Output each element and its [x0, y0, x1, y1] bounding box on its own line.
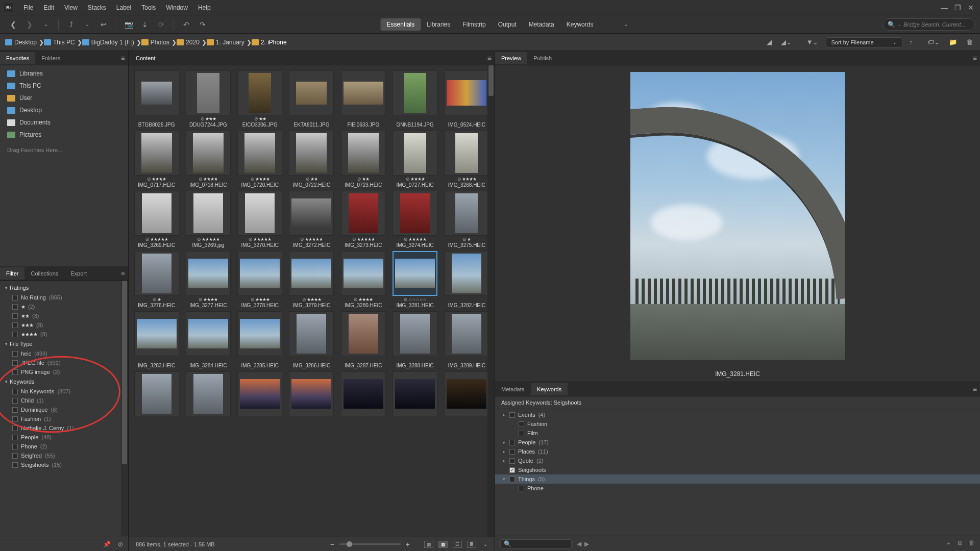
disclosure-icon[interactable]: ▸ [501, 458, 506, 463]
rating-row[interactable]: ⊘★★ [357, 177, 369, 182]
rating-row[interactable]: ⊘★★★★★ [300, 237, 323, 242]
thumbnail-box[interactable] [341, 371, 386, 416]
workspace-tab-essentials[interactable]: Essentials [381, 18, 421, 31]
filter-scrollbar[interactable] [121, 281, 128, 536]
rotate-ccw-button[interactable]: ↶ [181, 19, 191, 30]
thumbnail-box[interactable] [393, 70, 437, 115]
menu-edit[interactable]: Edit [38, 4, 59, 11]
thumbnail-cell[interactable]: IMG_3289.HEIC [442, 311, 492, 368]
thumbnail-cell[interactable]: ⊘★★★★IMG_3279.HEIC [287, 251, 336, 308]
rating-row[interactable]: ⊘★★★★★ [197, 237, 219, 242]
filter-item[interactable]: heic (493) [0, 349, 128, 358]
thumbnail-cell[interactable]: IMG_3285.HEIC [235, 311, 285, 368]
thumbnail-cell[interactable] [132, 371, 181, 423]
thumbnail-box[interactable] [237, 131, 282, 176]
boomerang-icon[interactable]: ↩ [99, 19, 109, 30]
breadcrumb-item[interactable]: Photos [141, 39, 169, 46]
thumbnail-box[interactable] [134, 311, 179, 356]
panel-menu-icon[interactable]: ≡ [487, 54, 492, 62]
rating-row[interactable]: ⊘☆☆☆☆☆ [404, 297, 426, 302]
tab-favorites[interactable]: Favorites [0, 52, 35, 64]
thumbnail-cell[interactable]: ⊘★★IMG_0723.HEIC [338, 131, 388, 188]
pin-icon[interactable]: 📌 [103, 541, 111, 548]
thumbnail-box[interactable] [289, 371, 334, 416]
menu-tools[interactable]: Tools [136, 4, 161, 11]
cancel-icon[interactable]: ⊘ [118, 541, 123, 548]
menu-window[interactable]: Window [161, 4, 193, 11]
thumbnail-cell[interactable]: GNNB1194.JPG [390, 70, 439, 128]
thumbnail-box[interactable] [134, 251, 179, 296]
rating-row[interactable]: ⊘★★★★ [147, 177, 166, 182]
parent-folder-button[interactable]: ⤴ [66, 19, 76, 30]
thumbnail-cell[interactable]: ⊘★★★★★IMG_3269.jpg [183, 191, 233, 248]
thumbnail-box[interactable] [186, 251, 231, 296]
checkbox[interactable] [12, 351, 18, 357]
filter-item[interactable]: Dominique (8) [0, 405, 128, 414]
thumbnail-box[interactable] [186, 191, 231, 236]
tab-content[interactable]: Content [136, 55, 156, 61]
filter-item[interactable]: People (48) [0, 433, 128, 442]
menu-stacks[interactable]: Stacks [83, 4, 111, 11]
filter-item[interactable]: ★ (2) [0, 302, 128, 311]
thumbnail-box[interactable] [393, 191, 437, 236]
breadcrumb-item[interactable]: BigDaddy 1 (F:) [82, 39, 134, 46]
favorite-item[interactable]: Documents [0, 116, 128, 129]
thumbnail-box[interactable] [237, 70, 282, 115]
thumbnail-box[interactable] [444, 371, 489, 416]
filter-item[interactable]: No Keywords (807) [0, 387, 128, 396]
filter-item[interactable]: Nathalie J. Cerny (1) [0, 423, 128, 433]
keyword-item[interactable]: ▸People (17) [495, 438, 980, 447]
forward-button[interactable]: ❯ [24, 19, 35, 30]
thumbnail-cell[interactable]: ⊘★★★★★IMG_3269.HEIC [132, 191, 181, 248]
keyword-item[interactable]: Seigshoots [495, 465, 980, 474]
thumbnail-cell[interactable]: ⊘★★★★IMG_3277.HEIC [183, 251, 233, 308]
menu-help[interactable]: Help [193, 4, 216, 11]
checkbox[interactable] [519, 421, 524, 427]
breadcrumb-item[interactable]: 2. iPhone [252, 39, 287, 46]
favorite-item[interactable]: Desktop [0, 104, 128, 116]
thumbnail-cell[interactable]: IMG_3283.HEIC [132, 311, 181, 368]
thumbnail-box[interactable] [341, 311, 386, 356]
favorite-item[interactable]: This PC [0, 80, 128, 92]
breadcrumb-item[interactable]: This PC [44, 39, 75, 46]
content-scrollbar[interactable] [487, 65, 495, 537]
thumbnail-cell[interactable]: FIEI0633.JPG [338, 70, 388, 128]
keyword-item[interactable]: Fashion [495, 419, 980, 429]
new-subkeyword-button[interactable]: ⊞ [958, 539, 963, 548]
checkbox[interactable] [12, 332, 18, 337]
grid-lock-button[interactable]: ▦ [424, 541, 433, 548]
thumbnail-cell[interactable]: IMG_3287.HEIC [338, 311, 388, 368]
new-keyword-button[interactable]: ＋ [945, 539, 951, 548]
disclosure-icon[interactable]: ▸ [501, 412, 506, 417]
thumbnail-cell[interactable] [235, 371, 285, 423]
thumbnail-box[interactable] [444, 311, 489, 356]
workspace-tab-filmstrip[interactable]: Filmstrip [456, 18, 492, 31]
thumbnail-box[interactable] [341, 131, 386, 176]
rating-row[interactable]: ⊘★★★★★ [404, 237, 426, 242]
grid-view-button[interactable]: ▦ [438, 541, 448, 548]
thumbnail-cell[interactable]: IMG_3282.HEIC [442, 251, 492, 308]
tab-metadata[interactable]: Metadata [495, 383, 531, 395]
checkbox[interactable] [12, 407, 18, 413]
thumbnail-box[interactable] [289, 311, 334, 356]
thumbnail-box[interactable] [393, 371, 437, 416]
checkbox[interactable] [12, 416, 18, 422]
thumbnail-box[interactable] [393, 311, 437, 356]
workspace-tab-libraries[interactable]: Libraries [421, 18, 456, 31]
checkbox[interactable] [509, 412, 515, 418]
thumbnail-box[interactable] [134, 131, 179, 176]
checkbox[interactable] [12, 425, 18, 431]
nav-dropdown-icon[interactable]: ⌄ [41, 19, 51, 30]
filter-item[interactable]: No Rating (865) [0, 293, 128, 302]
checkbox[interactable] [12, 435, 18, 440]
panel-menu-icon[interactable]: ≡ [973, 54, 977, 62]
thumbnail-cell[interactable]: ⊘★★★★IMG_0727.HEIC [390, 131, 439, 188]
sort-dropdown[interactable]: Sort by Filename ⌄ [826, 37, 902, 47]
thumbnail-quality-icon[interactable]: ◢ [765, 37, 774, 47]
thumbnail-box[interactable] [341, 70, 386, 115]
disclosure-icon[interactable]: ▸ [501, 449, 506, 454]
workspace-tab-metadata[interactable]: Metadata [523, 18, 560, 31]
checkbox[interactable] [12, 453, 18, 459]
thumbnail-box[interactable] [237, 371, 282, 416]
thumbnail-cell[interactable]: ⊘★IMG_3275.HEIC [442, 191, 492, 248]
